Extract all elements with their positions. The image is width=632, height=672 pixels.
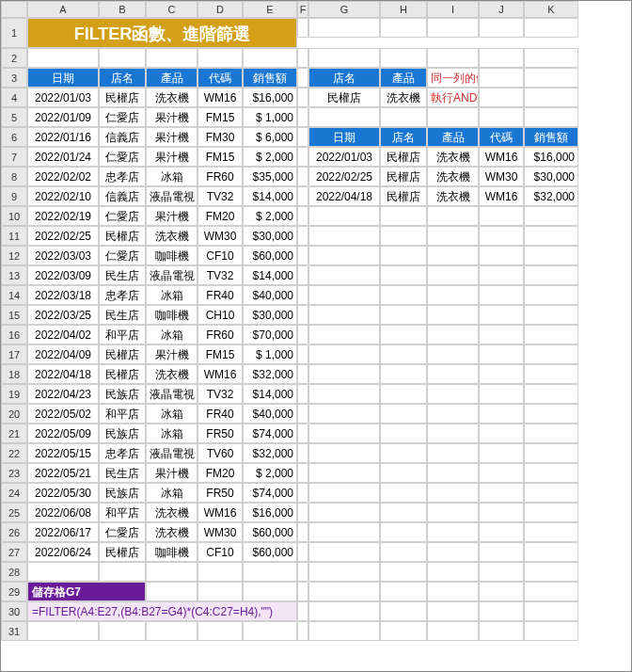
empty-cell[interactable] — [524, 384, 578, 404]
result-product[interactable]: 洗衣機 — [427, 186, 479, 206]
empty-cell[interactable] — [427, 424, 479, 443]
empty-cell[interactable] — [297, 522, 308, 542]
store-cell[interactable]: 仁愛店 — [99, 107, 146, 127]
empty-cell[interactable] — [308, 107, 380, 127]
col-header[interactable]: D — [198, 1, 243, 18]
date-cell[interactable]: 2022/02/10 — [27, 186, 99, 206]
empty-cell[interactable] — [524, 325, 578, 344]
empty-cell[interactable] — [479, 48, 524, 68]
row-header[interactable]: 17 — [1, 344, 27, 364]
empty-cell[interactable] — [479, 601, 524, 621]
empty-cell[interactable] — [297, 364, 308, 384]
col-header[interactable]: H — [380, 1, 427, 18]
empty-cell[interactable] — [198, 582, 243, 601]
col-header[interactable]: E — [243, 1, 297, 18]
code-cell[interactable]: FM20 — [198, 463, 243, 483]
result-store[interactable]: 民權店 — [380, 147, 427, 167]
empty-cell[interactable] — [297, 68, 308, 88]
empty-cell[interactable] — [146, 562, 198, 582]
sales-cell[interactable]: $32,000 — [243, 443, 297, 463]
empty-cell[interactable] — [308, 265, 380, 285]
product-cell[interactable]: 果汁機 — [146, 463, 198, 483]
empty-cell[interactable] — [27, 621, 99, 641]
empty-cell[interactable] — [479, 68, 524, 88]
sales-cell[interactable]: $ 2,000 — [243, 463, 297, 483]
store-cell[interactable]: 民生店 — [99, 305, 146, 325]
empty-cell[interactable] — [198, 562, 243, 582]
empty-cell[interactable] — [524, 562, 578, 582]
date-cell[interactable]: 2022/02/19 — [27, 206, 99, 226]
empty-cell[interactable] — [479, 621, 524, 641]
code-cell[interactable]: FM30 — [198, 127, 243, 147]
empty-cell[interactable] — [524, 344, 578, 364]
empty-cell[interactable] — [479, 582, 524, 601]
row-header[interactable]: 1 — [1, 18, 27, 48]
empty-cell[interactable] — [243, 562, 297, 582]
date-cell[interactable]: 2022/02/02 — [27, 167, 99, 186]
sales-cell[interactable]: $60,000 — [243, 522, 297, 542]
row-header[interactable]: 25 — [1, 503, 27, 522]
empty-cell[interactable] — [297, 562, 308, 582]
product-cell[interactable]: 果汁機 — [146, 344, 198, 364]
row-header[interactable]: 8 — [1, 167, 27, 186]
row-header[interactable]: 22 — [1, 443, 27, 463]
date-cell[interactable]: 2022/01/09 — [27, 107, 99, 127]
row-header[interactable]: 27 — [1, 542, 27, 562]
row-header[interactable]: 5 — [1, 107, 27, 127]
empty-cell[interactable] — [243, 621, 297, 641]
row-header[interactable]: 16 — [1, 325, 27, 344]
sales-cell[interactable]: $60,000 — [243, 542, 297, 562]
result-sales[interactable]: $16,000 — [524, 147, 578, 167]
store-cell[interactable]: 民權店 — [99, 364, 146, 384]
empty-cell[interactable] — [308, 226, 380, 246]
empty-cell[interactable] — [297, 285, 308, 305]
row-header[interactable]: 31 — [1, 621, 27, 641]
empty-cell[interactable] — [380, 107, 427, 127]
store-cell[interactable]: 仁愛店 — [99, 522, 146, 542]
empty-cell[interactable] — [479, 88, 524, 107]
empty-cell[interactable] — [479, 483, 524, 503]
code-cell[interactable]: FM15 — [198, 147, 243, 167]
empty-cell[interactable] — [427, 601, 479, 621]
empty-cell[interactable] — [524, 404, 578, 424]
col-header[interactable]: I — [427, 1, 479, 18]
empty-cell[interactable] — [427, 226, 479, 246]
code-cell[interactable]: FR40 — [198, 404, 243, 424]
empty-cell[interactable] — [99, 48, 146, 68]
empty-cell[interactable] — [380, 503, 427, 522]
date-cell[interactable]: 2022/04/23 — [27, 384, 99, 404]
store-cell[interactable]: 信義店 — [99, 127, 146, 147]
empty-cell[interactable] — [380, 226, 427, 246]
store-cell[interactable]: 民族店 — [99, 384, 146, 404]
empty-cell[interactable] — [380, 582, 427, 601]
empty-cell[interactable] — [479, 384, 524, 404]
store-cell[interactable]: 民權店 — [99, 88, 146, 107]
result-product[interactable]: 洗衣機 — [427, 167, 479, 186]
store-cell[interactable]: 和平店 — [99, 503, 146, 522]
store-cell[interactable]: 民生店 — [99, 463, 146, 483]
code-cell[interactable]: FR40 — [198, 285, 243, 305]
result-code[interactable]: WM16 — [479, 186, 524, 206]
empty-cell[interactable] — [297, 384, 308, 404]
store-cell[interactable]: 和平店 — [99, 404, 146, 424]
date-cell[interactable]: 2022/05/30 — [27, 483, 99, 503]
store-cell[interactable]: 仁愛店 — [99, 246, 146, 265]
empty-cell[interactable] — [297, 582, 308, 601]
empty-cell[interactable] — [427, 48, 479, 68]
row-header[interactable]: 13 — [1, 265, 27, 285]
empty-cell[interactable] — [427, 305, 479, 325]
sales-cell[interactable]: $16,000 — [243, 503, 297, 522]
empty-cell[interactable] — [308, 463, 380, 483]
store-cell[interactable]: 和平店 — [99, 325, 146, 344]
sales-cell[interactable]: $ 6,000 — [243, 127, 297, 147]
code-cell[interactable]: CF10 — [198, 246, 243, 265]
code-cell[interactable]: FR50 — [198, 424, 243, 443]
empty-cell[interactable] — [427, 621, 479, 641]
product-cell[interactable]: 洗衣機 — [146, 364, 198, 384]
empty-cell[interactable] — [297, 443, 308, 463]
result-code[interactable]: WM16 — [479, 147, 524, 167]
store-cell[interactable]: 民族店 — [99, 424, 146, 443]
empty-cell[interactable] — [427, 582, 479, 601]
empty-cell[interactable] — [380, 601, 427, 621]
empty-cell[interactable] — [380, 483, 427, 503]
